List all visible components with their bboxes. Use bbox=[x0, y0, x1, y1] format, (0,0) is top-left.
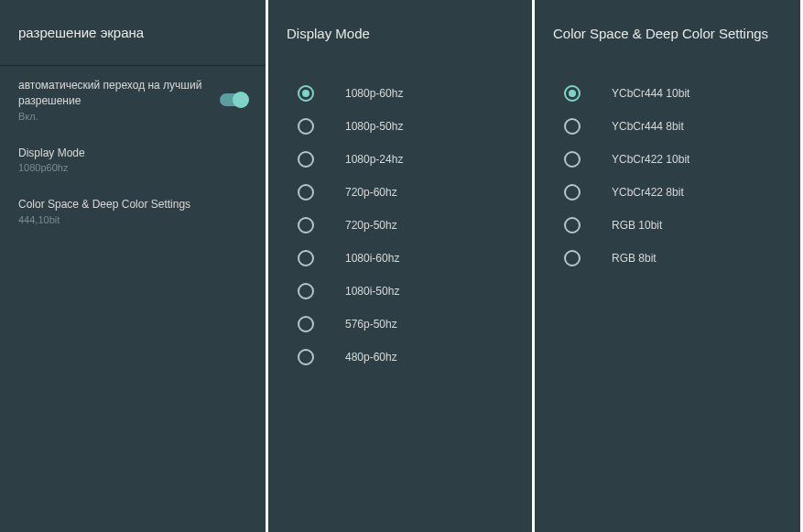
radio-icon bbox=[298, 118, 314, 135]
color-space-option[interactable]: YCbCr422 8bit bbox=[535, 176, 800, 209]
radio-label: 1080i-50hz bbox=[345, 285, 399, 298]
display-mode-option[interactable]: 720p-60hz bbox=[268, 176, 532, 209]
color-space-option[interactable]: RGB 8bit bbox=[535, 242, 800, 275]
radio-label: 576p-50hz bbox=[345, 318, 397, 331]
radio-label: 480p-60hz bbox=[345, 351, 397, 364]
radio-icon bbox=[564, 85, 581, 102]
setting-subtitle: Вкл. bbox=[18, 111, 211, 122]
radio-label: 1080p-50hz bbox=[345, 120, 403, 133]
display-mode-option[interactable]: 1080p-24hz bbox=[268, 143, 532, 176]
toggle-switch[interactable] bbox=[220, 93, 247, 106]
setting-text: автоматический переход на лучший разреше… bbox=[18, 78, 211, 122]
panel-title-text: Display Mode bbox=[287, 26, 370, 41]
radio-icon bbox=[298, 349, 314, 365]
color-space-option[interactable]: YCbCr444 10bit bbox=[535, 77, 800, 110]
radio-icon bbox=[298, 283, 314, 299]
setting-title: Color Space & Deep Color Settings bbox=[18, 197, 247, 212]
radio-icon bbox=[298, 184, 314, 201]
display-mode-option[interactable]: 480p-60hz bbox=[268, 341, 532, 374]
color-space-option[interactable]: YCbCr444 8bit bbox=[535, 110, 800, 143]
color-space-list: YCbCr444 10bitYCbCr444 8bitYCbCr422 10bi… bbox=[535, 66, 800, 275]
radio-icon bbox=[564, 250, 581, 266]
color-space-panel: Color Space & Deep Color Settings YCbCr4… bbox=[535, 0, 803, 532]
panel-title: Color Space & Deep Color Settings bbox=[535, 0, 800, 66]
display-mode-option[interactable]: 576p-50hz bbox=[268, 308, 532, 341]
radio-label: 1080p-24hz bbox=[345, 153, 403, 166]
setting-title: автоматический переход на лучший разреше… bbox=[18, 78, 211, 109]
radio-icon bbox=[564, 217, 581, 233]
setting-text: Display Mode 1080p60hz bbox=[18, 146, 247, 174]
panel-title: разрешение экрана bbox=[0, 0, 266, 66]
setting-subtitle: 1080p60hz bbox=[18, 162, 247, 173]
display-mode-option[interactable]: 720p-50hz bbox=[268, 209, 532, 242]
radio-label: YCbCr422 8bit bbox=[612, 186, 684, 199]
radio-label: YCbCr422 10bit bbox=[612, 153, 689, 166]
screen-resolution-panel: разрешение экрана автоматический переход… bbox=[0, 0, 268, 532]
radio-icon bbox=[298, 217, 314, 233]
radio-icon bbox=[564, 151, 581, 168]
radio-label: 1080p-60hz bbox=[345, 87, 403, 100]
radio-icon bbox=[298, 85, 314, 102]
display-mode-option[interactable]: 1080p-60hz bbox=[268, 77, 532, 110]
radio-icon bbox=[564, 118, 581, 135]
display-mode-list: 1080p-60hz1080p-50hz1080p-24hz720p-60hz7… bbox=[268, 66, 532, 374]
color-space-setting[interactable]: Color Space & Deep Color Settings 444,10… bbox=[0, 185, 266, 237]
radio-icon bbox=[298, 250, 314, 266]
radio-label: 720p-60hz bbox=[345, 186, 397, 199]
radio-label: 720p-50hz bbox=[345, 219, 397, 232]
setting-text: Color Space & Deep Color Settings 444,10… bbox=[18, 197, 247, 225]
panel-title: Display Mode bbox=[268, 0, 532, 66]
radio-icon bbox=[564, 184, 581, 201]
color-space-option[interactable]: RGB 10bit bbox=[535, 209, 800, 242]
display-mode-setting[interactable]: Display Mode 1080p60hz bbox=[0, 134, 266, 186]
panel-title-text: разрешение экрана bbox=[18, 25, 144, 40]
radio-label: RGB 10bit bbox=[612, 219, 662, 232]
display-mode-option[interactable]: 1080i-50hz bbox=[268, 275, 532, 308]
setting-title: Display Mode bbox=[18, 146, 247, 161]
radio-icon bbox=[298, 151, 314, 168]
radio-label: 1080i-60hz bbox=[345, 252, 399, 265]
radio-label: RGB 8bit bbox=[612, 252, 657, 265]
radio-label: YCbCr444 8bit bbox=[612, 120, 684, 133]
display-mode-option[interactable]: 1080p-50hz bbox=[268, 110, 532, 143]
radio-icon bbox=[298, 316, 314, 332]
display-mode-option[interactable]: 1080i-60hz bbox=[268, 242, 532, 275]
display-mode-panel: Display Mode 1080p-60hz1080p-50hz1080p-2… bbox=[268, 0, 535, 532]
radio-label: YCbCr444 10bit bbox=[612, 87, 689, 100]
color-space-option[interactable]: YCbCr422 10bit bbox=[535, 143, 800, 176]
auto-resolution-setting[interactable]: автоматический переход на лучший разреше… bbox=[0, 66, 266, 134]
panel-title-text: Color Space & Deep Color Settings bbox=[553, 26, 768, 41]
setting-subtitle: 444,10bit bbox=[18, 214, 247, 225]
